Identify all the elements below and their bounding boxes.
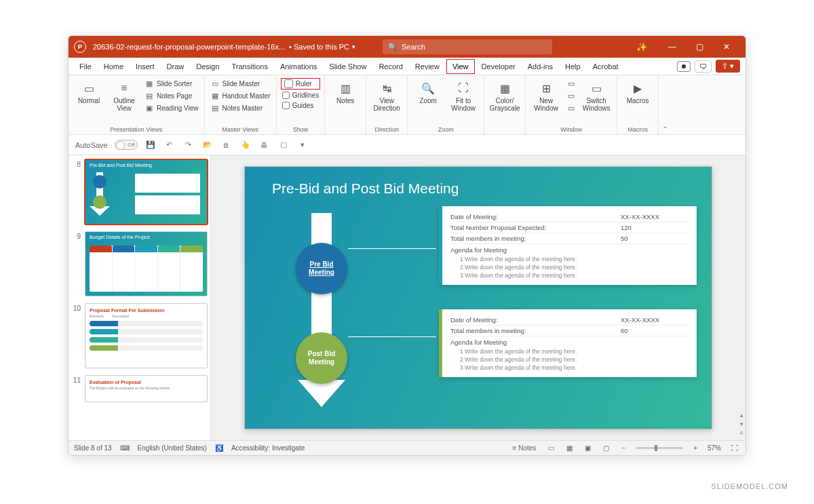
more-button[interactable]: ▾ <box>296 140 309 149</box>
group-label: Window <box>530 125 613 133</box>
from-beginning-button[interactable]: ▢ <box>277 140 290 149</box>
view-direction-button[interactable]: ↹View Direction <box>370 78 403 115</box>
group-label: Presentation Views <box>73 125 200 133</box>
document-title: 20636-02-request-for-proposal-powerpoint… <box>93 43 285 51</box>
autosave-toggle[interactable]: Off <box>115 140 138 150</box>
notes-page-button[interactable]: ▤Notes Page <box>143 90 200 101</box>
open-button[interactable]: 📂 <box>201 140 214 149</box>
minimize-button[interactable]: — <box>659 42 686 52</box>
zoom-slider[interactable] <box>636 447 683 449</box>
tab-design[interactable]: Design <box>191 60 225 73</box>
mic-icon[interactable]: ✨ <box>632 42 652 52</box>
title-chevron-icon[interactable]: ▾ <box>352 43 355 50</box>
macros-button[interactable]: ▶Macros <box>621 78 654 107</box>
move-split-button[interactable]: ▭ <box>565 102 577 113</box>
tab-animations[interactable]: Animations <box>275 60 322 73</box>
tab-help[interactable]: Help <box>560 60 586 73</box>
normal-view-button[interactable]: ▭Normal <box>73 78 105 107</box>
ribbon-tabs: File Home Insert Draw Design Transitions… <box>69 58 745 75</box>
slide-master-button[interactable]: ▭Slide Master <box>209 78 272 89</box>
arrange-all-button[interactable]: ▭ <box>565 78 577 89</box>
fit-window-button[interactable]: ⛶Fit to Window <box>447 78 480 115</box>
vertical-scrollbar[interactable]: ▴▾≡ <box>739 159 744 436</box>
watermark: SLIDEMODEL.COM <box>711 482 788 490</box>
group-label: Zoom <box>412 125 480 133</box>
tab-file[interactable]: File <box>74 60 97 73</box>
tab-addins[interactable]: Add-ins <box>522 60 558 73</box>
print-button[interactable]: 🖶 <box>258 141 271 149</box>
guides-checkbox[interactable]: Guides <box>281 101 320 110</box>
collapse-ribbon-button[interactable]: ⌄ <box>659 75 671 134</box>
tab-transitions[interactable]: Transitions <box>227 60 273 73</box>
language-status[interactable]: English (United States) <box>138 444 207 452</box>
thumbnail-panel[interactable]: 8 Pre-Bid and Post Bid Meeting 9 <box>69 155 211 440</box>
record-button[interactable] <box>677 61 691 72</box>
arrow-graphic: Pre BidMeeting Post BidMeeting <box>277 213 366 416</box>
slide-counter: Slide 8 of 13 <box>74 444 112 452</box>
powerpoint-window: P 20636-02-request-for-proposal-powerpoi… <box>68 35 746 456</box>
accessibility-status[interactable]: Accessibility: Investigate <box>231 444 305 452</box>
zoom-out-button[interactable]: − <box>619 444 627 452</box>
save-button[interactable]: 💾 <box>144 140 157 149</box>
notes-master-button[interactable]: ▤Notes Master <box>209 102 272 113</box>
ruler-checkbox[interactable]: Ruler <box>281 78 320 90</box>
reading-view-icon[interactable]: ▣ <box>583 444 593 452</box>
color-grayscale-button[interactable]: ▦Color/ Grayscale <box>488 78 521 115</box>
normal-view-icon[interactable]: ▭ <box>546 444 556 452</box>
slide-8[interactable]: Pre-Bid and Post Bid Meeting Pre BidMeet… <box>244 166 712 429</box>
slideshow-view-icon[interactable]: ▢ <box>601 444 611 452</box>
tab-review[interactable]: Review <box>410 60 445 73</box>
group-presentation-views: ▭Normal ≡Outline View ▦Slide Sorter ▤Not… <box>69 75 205 134</box>
touch-mode-button[interactable]: 👆 <box>239 140 252 149</box>
slide-sorter-button[interactable]: ▦Slide Sorter <box>143 78 200 89</box>
new-button[interactable]: 🗎 <box>220 141 233 149</box>
share-button[interactable]: ⇪ ▾ <box>716 60 740 73</box>
notes-toggle[interactable]: ≡ Notes <box>511 444 539 452</box>
connector-line <box>348 248 436 249</box>
thumb-title: Budget Details of the Project <box>85 232 207 242</box>
switch-windows-button[interactable]: ▭Switch Windows <box>580 78 613 115</box>
notes-button[interactable]: ▥Notes <box>329 78 362 107</box>
lang-icon: ⌨ <box>120 444 130 452</box>
outline-view-button[interactable]: ≡Outline View <box>108 78 140 115</box>
tab-slideshow[interactable]: Slide Show <box>324 60 372 73</box>
tab-developer[interactable]: Developer <box>476 60 521 73</box>
search-placeholder: Search <box>402 43 425 51</box>
gridlines-checkbox[interactable]: Gridlines <box>281 91 320 100</box>
group-macros: ▶Macros Macros <box>617 75 659 134</box>
slide-canvas[interactable]: Pre-Bid and Post Bid Meeting Pre BidMeet… <box>211 155 745 440</box>
sorter-view-icon[interactable]: ▦ <box>564 444 575 452</box>
maximize-button[interactable]: ▢ <box>686 42 713 52</box>
close-button[interactable]: ✕ <box>713 42 740 52</box>
thumb-number: 8 <box>71 159 81 225</box>
thumbnail-slide-10[interactable]: Proposal Format For Submission Elements … <box>85 303 208 368</box>
new-window-button[interactable]: ⊞New Window <box>530 78 562 115</box>
tab-insert[interactable]: Insert <box>130 60 160 73</box>
undo-button[interactable]: ↶ <box>163 140 176 149</box>
handout-master-button[interactable]: ▦Handout Master <box>209 90 272 101</box>
fit-button[interactable]: ⛶ <box>729 444 740 452</box>
thumb-number: 9 <box>71 231 81 296</box>
redo-button[interactable]: ↷ <box>182 140 195 149</box>
cascade-button[interactable]: ▭ <box>565 90 577 101</box>
tab-draw[interactable]: Draw <box>161 60 190 73</box>
zoom-in-button[interactable]: + <box>691 444 699 452</box>
zoom-button[interactable]: 🔍Zoom <box>412 78 444 107</box>
tab-home[interactable]: Home <box>98 60 129 73</box>
zoom-level[interactable]: 57% <box>708 444 721 452</box>
reading-view-button[interactable]: ▣Reading View <box>143 102 200 113</box>
tab-record[interactable]: Record <box>373 60 408 73</box>
comments-button[interactable]: 🗨 <box>695 60 712 73</box>
tab-acrobat[interactable]: Acrobat <box>587 60 624 73</box>
thumbnail-slide-9[interactable]: Budget Details of the Project <box>85 231 208 296</box>
search-input[interactable]: 🔍 Search <box>383 39 552 54</box>
prebid-info-box: Date of Meeting:XX-XX-XXXX Total Number … <box>439 206 697 285</box>
postbid-circle: Post BidMeeting <box>296 332 347 384</box>
save-status: • Saved to this PC <box>289 43 349 51</box>
app-logo-icon: P <box>74 41 86 53</box>
slide-title: Pre-Bid and Post Bid Meeting <box>272 180 459 197</box>
group-label: Macros <box>621 125 654 133</box>
thumbnail-slide-8[interactable]: Pre-Bid and Post Bid Meeting <box>85 159 208 225</box>
tab-view[interactable]: View <box>446 59 475 74</box>
thumbnail-slide-11[interactable]: Evaluation of Proposal The Bidders will … <box>85 375 208 402</box>
